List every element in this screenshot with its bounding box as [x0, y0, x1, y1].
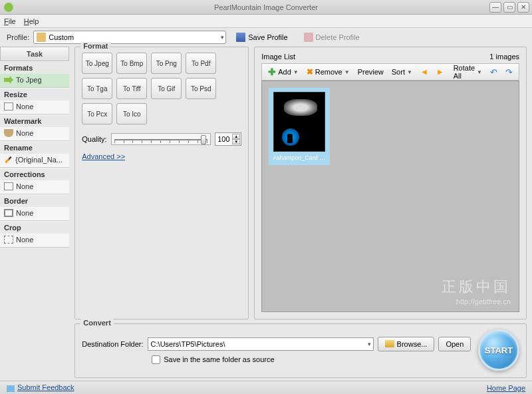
same-folder-checkbox[interactable]	[152, 355, 160, 364]
plus-icon: ✚	[268, 67, 276, 77]
frame-icon	[4, 209, 13, 217]
folder-icon	[385, 340, 394, 347]
maximize-button[interactable]: ▭	[503, 2, 515, 13]
box-icon	[4, 182, 13, 190]
format-to-bmp-button[interactable]: To Bmp	[116, 53, 147, 74]
sidebar-group-resize[interactable]: Resize	[0, 88, 69, 100]
sidebar-group-crop[interactable]: Crop	[0, 221, 69, 234]
delete-profile-button: Delete Profile	[298, 30, 366, 45]
advanced-link[interactable]: Advanced >>	[82, 152, 241, 160]
sidebar-group-watermark[interactable]: Watermark	[0, 114, 69, 127]
app-icon	[4, 3, 13, 12]
chevron-down-icon: ▾	[368, 341, 371, 347]
sidebar-group-formats[interactable]: Formats	[0, 61, 69, 74]
sidebar-item-crop[interactable]: None	[0, 234, 69, 247]
sidebar-group-rename[interactable]: Rename	[0, 141, 69, 154]
thumbnail-label: Ashampoo_Card - 20...	[273, 154, 326, 161]
feedback-icon	[7, 385, 15, 392]
convert-panel: Convert Destination Folder: C:\Users\TP5…	[74, 323, 527, 378]
profile-bar: Profile: Custom ▾ Save Profile Delete Pr…	[0, 28, 532, 47]
format-to-tiff-button[interactable]: To Tiff	[116, 78, 147, 99]
sidebar-item-watermark[interactable]: None	[0, 127, 69, 140]
thumbnail-area[interactable]: Ashampoo_Card - 20... 正版中国 http://getitf…	[261, 81, 519, 312]
dest-folder-input[interactable]: C:\Users\TP5\Pictures\ ▾	[148, 337, 374, 351]
prev-button[interactable]: ◄	[417, 66, 432, 78]
spin-down[interactable]: ▼	[232, 139, 240, 144]
drop-icon	[4, 129, 13, 137]
rotate-all-button[interactable]: Rotate All▼	[450, 63, 485, 81]
profile-combo[interactable]: Custom ▾	[33, 31, 226, 44]
undo-button[interactable]: ↶	[487, 66, 501, 79]
sidebar-item-border[interactable]: None	[0, 207, 69, 220]
format-grid: To JpegTo BmpTo PngTo PdfTo TgaTo TiffTo…	[82, 53, 241, 124]
thumbnail-item[interactable]: Ashampoo_Card - 20...	[269, 88, 330, 165]
profile-label: Profile:	[7, 33, 29, 41]
chevron-down-icon: ▾	[221, 34, 224, 41]
image-count: 1 images	[489, 53, 519, 61]
arrow-icon	[4, 76, 13, 84]
format-to-jpeg-button[interactable]: To Jpeg	[82, 53, 112, 74]
arrow-right-icon: ►	[436, 67, 444, 77]
format-to-ico-button[interactable]: To Ico	[116, 103, 147, 124]
add-button[interactable]: ✚Add▼	[265, 65, 302, 79]
imagelist-panel: Image List 1 images ✚Add▼ ✖Remove▼ Previ…	[254, 47, 527, 319]
sidebar-item-rename[interactable]: {Original_Na...	[0, 154, 69, 167]
open-button[interactable]: Open	[438, 337, 471, 351]
menu-help[interactable]: Help	[24, 17, 39, 25]
thumbnail-image	[273, 92, 325, 152]
quality-slider[interactable]	[111, 133, 211, 145]
profile-icon	[37, 33, 46, 42]
next-button[interactable]: ►	[433, 66, 448, 78]
chevron-down-icon: ▼	[293, 69, 299, 75]
chevron-down-icon: ▼	[344, 69, 350, 75]
home-page-link[interactable]: Home Page	[487, 384, 525, 392]
menu-file[interactable]: File	[4, 17, 16, 25]
chevron-down-icon: ▼	[407, 69, 412, 75]
slider-thumb[interactable]	[201, 135, 206, 144]
format-to-psd-button[interactable]: To Psd	[186, 78, 216, 99]
disk-icon	[236, 33, 245, 42]
minimize-button[interactable]: —	[489, 2, 501, 13]
close-button[interactable]: ✕	[517, 2, 529, 13]
spin-up[interactable]: ▲	[232, 134, 240, 139]
sidebar-item-formats[interactable]: To Jpeg	[0, 74, 69, 87]
sidebar-header: Task	[0, 47, 69, 61]
pen-icon	[5, 156, 12, 164]
titlebar: PearlMountain Image Converter — ▭ ✕	[0, 0, 532, 15]
format-to-tga-button[interactable]: To Tga	[82, 78, 112, 99]
format-panel: Format To JpegTo BmpTo PngTo PdfTo TgaTo…	[74, 47, 249, 319]
format-to-png-button[interactable]: To Png	[151, 53, 182, 74]
preview-button[interactable]: Preview	[354, 67, 387, 77]
watermark-text: 正版中国 http://getitfree.cn	[442, 278, 511, 306]
quality-spinner[interactable]: 100 ▲▼	[215, 132, 241, 146]
remove-button[interactable]: ✖Remove▼	[303, 66, 353, 78]
redo-button[interactable]: ↷	[502, 66, 516, 79]
browse-button[interactable]: Browse...	[378, 337, 435, 351]
statusbar: Submit Feedback Home Page	[0, 381, 532, 394]
format-to-pdf-button[interactable]: To Pdf	[186, 53, 216, 74]
window-title: PearlMountain Image Converter	[214, 3, 318, 11]
format-to-pcx-button[interactable]: To Pcx	[82, 103, 112, 124]
start-button[interactable]: START	[478, 329, 519, 371]
save-profile-button[interactable]: Save Profile	[230, 30, 293, 45]
profile-value: Custom	[49, 33, 74, 41]
arrow-left-icon: ◄	[420, 67, 428, 77]
format-to-gif-button[interactable]: To Gif	[151, 78, 182, 99]
remove-icon: ✖	[307, 67, 313, 77]
imagelist-toolbar: ✚Add▼ ✖Remove▼ Preview Sort▼ ◄ ► Rotate …	[261, 63, 519, 81]
crop-icon	[4, 236, 13, 244]
sidebar-group-border[interactable]: Border	[0, 194, 69, 207]
app-window: PearlMountain Image Converter — ▭ ✕ File…	[0, 0, 532, 394]
same-folder-label: Save in the same folder as source	[164, 355, 274, 363]
convert-legend: Convert	[80, 319, 114, 327]
submit-feedback-link[interactable]: Submit Feedback	[17, 383, 74, 391]
box-icon	[4, 102, 13, 110]
format-legend: Format	[80, 42, 110, 50]
sidebar-item-corrections[interactable]: None	[0, 180, 69, 194]
sidebar-item-resize[interactable]: None	[0, 100, 69, 114]
chevron-down-icon: ▼	[477, 69, 482, 75]
sort-button[interactable]: Sort▼	[388, 67, 416, 77]
menubar: File Help	[0, 15, 532, 28]
redo-icon: ↷	[505, 67, 513, 77]
sidebar-group-corrections[interactable]: Corrections	[0, 168, 69, 180]
